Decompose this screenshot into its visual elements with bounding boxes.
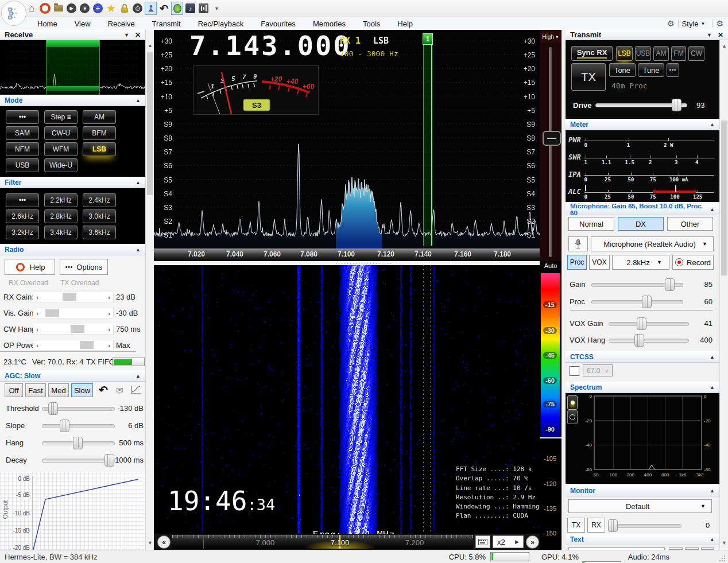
slider-thumb[interactable] [63, 293, 76, 301]
agc-threshold-slider[interactable] [42, 402, 115, 414]
tune-button[interactable]: Tune [638, 63, 664, 77]
audio-icon[interactable]: ♪ [184, 2, 196, 14]
slider-thumb[interactable] [45, 309, 59, 317]
frequency-readout[interactable]: 7.143.000 [189, 30, 351, 61]
collapse-icon[interactable]: ▲ [710, 122, 715, 127]
collapse-icon[interactable]: ▲ [135, 373, 141, 379]
help-button[interactable]: Help [5, 259, 55, 275]
arrow-left-icon[interactable]: ‹ [33, 340, 41, 350]
tx-spectrum-mode2-button[interactable] [567, 410, 578, 424]
slider-thumb[interactable] [60, 420, 69, 432]
text-section-header[interactable]: Text▲ [566, 534, 719, 545]
menu-view[interactable]: View [66, 17, 99, 30]
panel-splitter[interactable] [562, 30, 566, 550]
mic-profile-normal[interactable]: Normal [568, 217, 614, 231]
undo-icon[interactable]: ↶ [158, 2, 170, 14]
mode-button-lsb[interactable]: LSB [83, 142, 116, 156]
power-icon[interactable] [171, 2, 183, 14]
microphone-section-header[interactable]: Microphone: Gain 85, Boost 10.0 dB, Proc… [566, 204, 719, 215]
filter-section-header[interactable]: Filter▲ [0, 177, 145, 188]
stop-icon[interactable]: ■ [79, 2, 91, 14]
filter-button-2-8khz[interactable]: 2.8kHz [44, 209, 78, 223]
meter-section-header[interactable]: Meter▲ [566, 119, 719, 130]
scroll-down-arrow[interactable]: ▼ [720, 538, 728, 548]
slider-thumb[interactable] [665, 278, 675, 291]
filter-button-3-4khz[interactable]: 3.4kHz [44, 226, 78, 239]
proc-toggle-button[interactable]: Proc [567, 255, 587, 270]
agc-off-button[interactable]: Off [5, 383, 23, 397]
agc-section-header[interactable]: AGC: Slow▲ [0, 370, 145, 382]
tx-mode-usb[interactable]: USB [635, 46, 651, 61]
collapse-icon[interactable]: ▲ [710, 488, 715, 494]
mode-button-usb[interactable]: USB [6, 158, 39, 172]
agc-graph-icon[interactable] [131, 385, 141, 394]
scroll-up-arrow[interactable]: ▲ [720, 41, 728, 51]
filter-button-3-0khz[interactable]: 3.0kHz [83, 209, 116, 223]
tx-mode-cw[interactable]: CW [688, 46, 704, 61]
tx-mode-am[interactable]: AM [653, 46, 669, 61]
menu-favourites[interactable]: Favourites [252, 17, 304, 30]
close-icon[interactable]: ✕ [135, 31, 141, 39]
close-icon[interactable]: ✕ [718, 31, 723, 39]
scroll-up-arrow[interactable]: ▲ [146, 41, 154, 50]
arrow-left-icon[interactable]: ‹ [33, 308, 41, 318]
ctcss-tone-dropdown[interactable]: 67.0 ∨ [583, 364, 613, 376]
arrow-left-icon[interactable]: ‹ [33, 324, 41, 334]
mode-button-btn[interactable]: ••• [6, 110, 39, 124]
sync-rx-button[interactable]: Sync RX [571, 46, 613, 61]
gear-icon[interactable]: ⚙ [716, 19, 723, 28]
scrollbar-thumb[interactable] [147, 52, 153, 195]
mode-button-step[interactable]: Step ≡ [44, 110, 78, 124]
arrow-right-icon[interactable]: › [105, 340, 113, 350]
mode-button-sam[interactable]: SAM [6, 126, 39, 140]
mic-vox-hang-slider[interactable] [609, 334, 689, 345]
mode-button-wide-u[interactable]: Wide-U [44, 158, 78, 172]
monitor-rx-button[interactable]: RX [587, 518, 605, 533]
tx-more-button[interactable]: ••• [667, 63, 679, 77]
filter-button-2-6khz[interactable]: 2.6kHz [6, 209, 39, 223]
collapse-icon[interactable]: ▲ [135, 98, 141, 103]
rx1-badge[interactable]: 1 [423, 33, 433, 45]
collapse-icon[interactable]: ▲ [710, 537, 715, 542]
tx-spectrum-mode1-button[interactable] [567, 395, 578, 410]
menu-home[interactable]: Home [29, 17, 66, 30]
filter-button-btn[interactable]: ••• [6, 193, 39, 207]
tx-button[interactable]: TX [571, 63, 606, 91]
add-icon[interactable]: + [92, 2, 104, 14]
tone-button[interactable]: Tone [609, 63, 636, 77]
avatar-icon[interactable] [145, 2, 157, 14]
home-icon[interactable]: ⌂ [26, 2, 38, 14]
play-icon[interactable]: ▶ [65, 2, 78, 14]
mini-passband-overlay[interactable] [46, 40, 100, 95]
transmit-panel-scrollbar[interactable]: ▲ ▼ [719, 40, 728, 550]
mic-filter-dropdown[interactable]: 2.8kHz ▼ [612, 255, 669, 270]
scroll-down-arrow[interactable]: ▼ [146, 538, 154, 548]
panadapter-canvas[interactable] [154, 30, 540, 249]
resize-grip[interactable] [719, 555, 726, 562]
agc-fast-button[interactable]: Fast [25, 383, 46, 397]
radio-slider-op-power[interactable]: ‹› [33, 340, 114, 351]
agc-med-button[interactable]: Med [48, 383, 69, 397]
chevron-down-icon[interactable]: ▼ [124, 32, 129, 38]
collapse-icon[interactable]: ▲ [135, 180, 141, 185]
arrow-right-icon[interactable]: › [105, 324, 113, 334]
slider-thumb[interactable] [642, 296, 652, 308]
arrow-left-icon[interactable]: ‹ [33, 292, 41, 302]
collapse-icon[interactable]: ▲ [710, 385, 715, 390]
collapse-icon[interactable]: ▲ [710, 354, 715, 360]
menu-tools[interactable]: Tools [354, 17, 389, 30]
vox-toggle-button[interactable]: VOX [589, 255, 610, 270]
band-scroll-left-button[interactable]: « [157, 535, 171, 549]
level-slider-handle[interactable] [543, 131, 561, 146]
radio-slider-vis-gain[interactable]: ‹› [33, 308, 114, 319]
mode-button-nfm[interactable]: NFM [6, 142, 39, 156]
filter-button-3-6khz[interactable]: 3.6kHz [83, 226, 116, 239]
mic-vox-gain-slider[interactable] [609, 317, 689, 329]
zoom-button[interactable]: x2 ▶ [493, 535, 524, 548]
mic-gain-slider[interactable] [591, 278, 683, 290]
slider-thumb[interactable] [48, 402, 58, 415]
frequency-axis[interactable]: 7.0207.0407.0607.0807.1007.1207.1407.160… [154, 249, 540, 261]
more-dropdown-icon[interactable]: ▾ [211, 2, 223, 14]
arrow-right-icon[interactable]: › [105, 308, 113, 318]
chevron-down-icon[interactable]: ▼ [701, 21, 706, 26]
